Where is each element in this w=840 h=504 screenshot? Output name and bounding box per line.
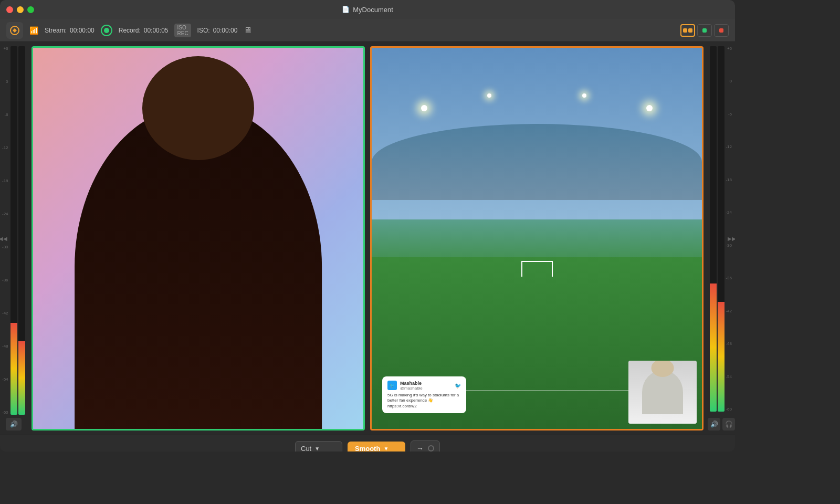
preview-program bbox=[32, 46, 365, 430]
person-body bbox=[75, 105, 322, 429]
chevron-down-icon: ▼ bbox=[314, 446, 320, 452]
dot-yellow bbox=[683, 28, 687, 33]
collapse-right[interactable]: ▶▶ bbox=[728, 236, 735, 242]
iso-time: 00:00:00 bbox=[213, 27, 238, 34]
vol-bars-left: +6 0 -6 -12 -18 -24 -30 -36 -42 -48 -54 … bbox=[2, 46, 25, 415]
vol-headphone-right[interactable]: 🎧 bbox=[722, 418, 735, 430]
vol-bar-right-1 bbox=[710, 46, 717, 412]
window-controls[interactable] bbox=[6, 6, 34, 13]
document-icon: 📄 bbox=[342, 6, 350, 13]
layout-btn-3[interactable] bbox=[714, 24, 729, 37]
wifi-icon: 📶 bbox=[29, 26, 38, 35]
window-title-text: MyDocument bbox=[353, 6, 393, 14]
layout-btn-1[interactable] bbox=[680, 24, 695, 37]
minimize-button[interactable] bbox=[17, 6, 24, 13]
goal-post bbox=[521, 261, 553, 277]
monitor-icon[interactable]: 🖥 bbox=[244, 26, 252, 35]
record-status: Record: 00:00:05 bbox=[119, 27, 169, 34]
stream-label: Stream: bbox=[45, 27, 67, 34]
stream-time: 00:00:00 bbox=[70, 27, 94, 34]
record-dot bbox=[104, 28, 109, 33]
window-title: 📄 MyDocument bbox=[342, 6, 393, 14]
stream-status: Stream: 00:00:00 bbox=[45, 27, 94, 34]
layout-btn-2[interactable] bbox=[697, 24, 712, 37]
stadium-light-4 bbox=[582, 93, 586, 98]
maximize-button[interactable] bbox=[27, 6, 34, 13]
transition-arrow-btn[interactable]: → bbox=[411, 440, 440, 452]
preview-area: 🐦 Mashable @mashable 🐦 5G is making it's… bbox=[27, 42, 708, 435]
transition-bar: Cut ▼ Smooth ▼ → bbox=[0, 435, 735, 452]
arrow-right-icon: → bbox=[416, 444, 424, 452]
smooth-button[interactable]: Smooth ▼ bbox=[348, 442, 405, 452]
vol-meter-left: +6 0 -6 -12 -18 -24 -30 -36 -42 -48 -54 … bbox=[0, 42, 27, 435]
tweet-source: Mashable bbox=[400, 381, 423, 386]
person-head bbox=[142, 56, 254, 160]
dot-red bbox=[719, 28, 723, 33]
dot-yellow-2 bbox=[688, 28, 692, 33]
stadium-light-2 bbox=[646, 105, 653, 111]
wifi-status: 📶 bbox=[29, 26, 38, 35]
vol-bars-right: +6 0 -6 -12 -18 -24 -30 -36 -42 -48 -54 … bbox=[710, 46, 733, 412]
title-bar: 📄 MyDocument bbox=[0, 0, 735, 19]
vol-bar-right-2 bbox=[718, 46, 724, 412]
app-logo[interactable] bbox=[6, 22, 23, 39]
cut-dropdown[interactable]: Cut ▼ bbox=[295, 441, 342, 452]
program-bg bbox=[33, 48, 363, 429]
iso-status: ISO: 00:00:00 bbox=[197, 27, 238, 34]
pip-overlay bbox=[628, 361, 697, 424]
pvw-bg: 🐦 Mashable @mashable 🐦 5G is making it's… bbox=[372, 48, 702, 429]
collapse-left[interactable]: ◀◀ bbox=[0, 236, 7, 242]
record-indicator[interactable] bbox=[101, 25, 112, 36]
tweet-handle: @mashable bbox=[400, 386, 423, 391]
iso-label: ISO: bbox=[197, 27, 210, 34]
dot-green bbox=[702, 28, 707, 33]
close-button[interactable] bbox=[6, 6, 13, 13]
twitter-bird-icon: 🐦 bbox=[455, 383, 461, 388]
vol-bar-left-2 bbox=[18, 46, 25, 415]
tweet-text: 5G is making it's way to stadiums for a … bbox=[387, 393, 461, 409]
tweet-overlay: 🐦 Mashable @mashable 🐦 5G is making it's… bbox=[382, 376, 466, 413]
record-time: 00:00:05 bbox=[144, 27, 169, 34]
pip-person-head bbox=[652, 361, 674, 377]
vol-scale-left: +6 0 -6 -12 -18 -24 -30 -36 -42 -48 -54 … bbox=[2, 46, 9, 415]
transition-circle bbox=[428, 445, 434, 452]
pip-face bbox=[628, 361, 697, 424]
pip-person-body bbox=[642, 370, 683, 414]
vol-bar-left-1 bbox=[10, 46, 17, 415]
vol-meter-right: +6 0 -6 -12 -18 -24 -30 -36 -42 -48 -54 … bbox=[708, 42, 735, 435]
vol-speaker-right[interactable]: 🔊 bbox=[708, 418, 720, 430]
smooth-label: Smooth bbox=[355, 445, 380, 452]
toolbar-right bbox=[680, 24, 729, 37]
main-toolbar: 📶 Stream: 00:00:00 Record: 00:00:05 ISOR… bbox=[0, 19, 735, 42]
smooth-chevron-icon: ▼ bbox=[383, 446, 388, 452]
iso-badge: ISOREC bbox=[174, 24, 191, 37]
tweet-logo: 🐦 bbox=[387, 381, 397, 390]
preview-pvw: 🐦 Mashable @mashable 🐦 5G is making it's… bbox=[370, 46, 704, 430]
vol-mute-left[interactable]: 🔊 bbox=[6, 418, 22, 430]
cut-label: Cut bbox=[301, 445, 311, 452]
main-content: +6 0 -6 -12 -18 -24 -30 -36 -42 -48 -54 … bbox=[0, 42, 735, 435]
iso-text: ISOREC bbox=[177, 25, 188, 36]
record-label: Record: bbox=[119, 27, 141, 34]
vol-scale-right: +6 0 -6 -12 -18 -24 -30 -36 -42 -48 -54 … bbox=[726, 46, 733, 412]
